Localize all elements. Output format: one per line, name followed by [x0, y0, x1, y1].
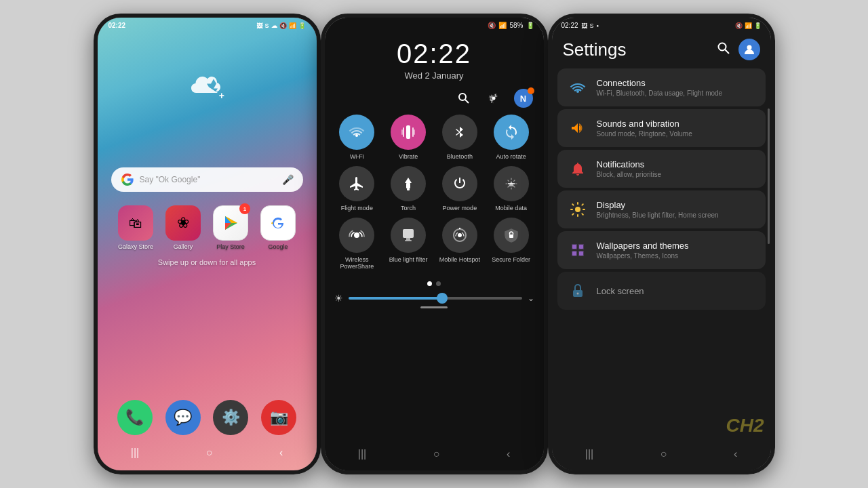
svg-rect-10: [407, 188, 410, 190]
qs-tile-mobile-data[interactable]: Mobile data: [488, 166, 534, 212]
app-item-gallery[interactable]: ❀ Gallery: [165, 205, 201, 250]
qs-tile-blue-light[interactable]: Blue light filter: [385, 218, 431, 271]
brightness-thumb[interactable]: [437, 293, 448, 304]
qs-tile-torch[interactable]: Torch: [385, 166, 431, 212]
galaxy-store-icon[interactable]: 🛍: [118, 205, 153, 241]
wifi-tile-icon[interactable]: [339, 115, 374, 150]
settings-status-left: 02:22 🖼 S ●: [561, 22, 599, 29]
secure-folder-tile-icon[interactable]: [494, 218, 529, 253]
brightness-expand-btn[interactable]: ⌄: [528, 293, 534, 303]
wallpapers-sub: Wallpapers, Themes, Icons: [597, 252, 756, 260]
settings-menu-btn[interactable]: |||: [585, 448, 593, 460]
wireless-powershare-tile-icon[interactable]: [339, 218, 374, 253]
settings-back-btn[interactable]: ‹: [734, 448, 737, 460]
play-store-icon[interactable]: 1: [213, 205, 248, 241]
qs-tile-wifi[interactable]: Wi-Fi: [334, 115, 380, 161]
vibrate-tile-label: Vibrate: [399, 153, 418, 161]
home-screen: 02:22 🖼 S ☁ 🔇 📶 🔋 +: [98, 18, 317, 470]
app-item-google[interactable]: Google: [260, 205, 296, 250]
phone-quick-settings: 🔇 📶 58% 🔋 02:22 Wed 2 January: [321, 14, 548, 474]
search-placeholder: Say "Ok Google": [140, 175, 277, 184]
settings-img-icon: 🖼: [581, 22, 587, 29]
home-menu-btn[interactable]: |||: [131, 447, 139, 459]
sounds-text: Sounds and vibration Sound mode, Rington…: [597, 119, 756, 138]
settings-item-wallpapers[interactable]: Wallpapers and themes Wallpapers, Themes…: [557, 231, 766, 269]
home-back-btn[interactable]: ‹: [279, 447, 283, 459]
settings-s-icon: S: [590, 22, 594, 29]
mobile-data-tile-label: Mobile data: [495, 205, 527, 212]
app-item-play-store[interactable]: 1 Play Store: [213, 205, 248, 250]
svg-rect-22: [572, 245, 576, 249]
qs-home-btn[interactable]: ○: [433, 448, 440, 460]
home-status-icons: 🖼 S ☁ 🔇 📶 🔋: [256, 22, 305, 29]
google-app-icon[interactable]: [260, 205, 296, 241]
settings-item-connections[interactable]: Connections Wi-Fi, Bluetooth, Data usage…: [557, 68, 766, 106]
qs-settings-btn[interactable]: [484, 89, 503, 108]
camera-app-icon[interactable]: 📷: [261, 400, 296, 435]
qs-profile-btn[interactable]: N: [514, 89, 533, 108]
bluetooth-tile-icon[interactable]: [442, 115, 477, 150]
scrollbar[interactable]: [768, 108, 770, 244]
qs-tile-secure-folder[interactable]: Secure Folder: [488, 218, 534, 271]
home-cloud-area: +: [98, 32, 317, 100]
qs-bottom-swipe-indicator: [420, 306, 448, 308]
qs-top-icons: N: [325, 85, 544, 112]
blue-light-tile-icon[interactable]: [391, 218, 426, 253]
wallpapers-text: Wallpapers and themes Wallpapers, Themes…: [597, 241, 756, 260]
qs-tile-vibrate[interactable]: Vibrate: [385, 115, 431, 161]
torch-tile-icon[interactable]: [391, 166, 426, 201]
sounds-sub: Sound mode, Ringtone, Volume: [597, 130, 756, 138]
mobile-hotspot-tile-icon[interactable]: [442, 218, 477, 253]
qs-tile-mobile-hotspot[interactable]: Mobile Hotspot: [437, 218, 483, 271]
messages-app-icon[interactable]: 💬: [165, 400, 201, 435]
svg-rect-23: [579, 245, 583, 249]
qs-menu-btn[interactable]: |||: [358, 448, 366, 460]
qs-tile-bluetooth[interactable]: Bluetooth: [437, 115, 483, 161]
lock-screen-title: Lock screen: [597, 286, 756, 296]
settings-item-sounds[interactable]: Sounds and vibration Sound mode, Rington…: [557, 109, 766, 147]
settings-item-lock-screen[interactable]: Lock screen: [557, 272, 766, 310]
mic-icon[interactable]: 🎤: [282, 174, 294, 185]
settings-screen: 02:22 🖼 S ● 🔇 📶 🔋 Settings: [552, 18, 771, 470]
app-item-galaxy-store[interactable]: 🛍 Galaxy Store: [118, 205, 153, 250]
phone-app-icon[interactable]: 📞: [117, 400, 153, 435]
brightness-track[interactable]: [349, 297, 522, 300]
settings-top-icons: [717, 39, 760, 60]
home-photo-icon: 🖼: [256, 22, 262, 29]
settings-home-btn[interactable]: ○: [660, 448, 667, 460]
qs-back-btn[interactable]: ‹: [507, 448, 510, 460]
svg-rect-24: [572, 251, 576, 256]
mobile-data-tile-icon[interactable]: [494, 166, 529, 201]
svg-point-20: [747, 45, 751, 50]
settings-app-icon[interactable]: ⚙️: [213, 400, 248, 435]
auto-rotate-tile-icon[interactable]: [494, 115, 529, 150]
svg-line-5: [465, 100, 469, 103]
settings-item-notifications[interactable]: Notifications Block, allow, prioritise: [557, 150, 766, 188]
qs-status-icons: 🔇 📶 58% 🔋: [488, 22, 534, 29]
settings-search-btn[interactable]: [717, 41, 730, 58]
svg-point-21: [575, 207, 580, 212]
qs-tile-wireless-powershare[interactable]: Wireless PowerShare: [334, 218, 380, 271]
google-search-bar[interactable]: Say "Ok Google" 🎤: [111, 167, 303, 192]
wallpapers-icon: [567, 239, 589, 261]
dot-2: [436, 281, 441, 286]
cloud-upload-icon[interactable]: +: [186, 73, 227, 100]
settings-battery-icon: 🔋: [754, 22, 762, 29]
qs-search-btn[interactable]: [454, 89, 473, 108]
home-home-btn[interactable]: ○: [206, 447, 213, 459]
gallery-icon[interactable]: ❀: [165, 205, 201, 241]
qs-tile-power-mode[interactable]: Power mode: [437, 166, 483, 212]
settings-profile-btn[interactable]: [738, 39, 760, 60]
qs-tile-flight-mode[interactable]: Flight mode: [334, 166, 380, 212]
svg-rect-12: [403, 229, 414, 238]
settings-item-display[interactable]: Display Brightness, Blue light filter, H…: [557, 190, 766, 228]
home-signal-icon: 📶: [289, 22, 296, 29]
flight-mode-tile-icon[interactable]: [339, 166, 374, 201]
settings-nav-bar: ||| ○ ‹: [552, 441, 771, 470]
qs-battery-icon: 🔋: [526, 22, 534, 29]
power-mode-tile-icon[interactable]: [442, 166, 477, 201]
torch-tile-label: Torch: [401, 205, 416, 212]
qs-tile-auto-rotate[interactable]: Auto rotate: [488, 115, 534, 161]
connections-sub: Wi-Fi, Bluetooth, Data usage, Flight mod…: [597, 89, 756, 97]
vibrate-tile-icon[interactable]: [391, 115, 426, 150]
